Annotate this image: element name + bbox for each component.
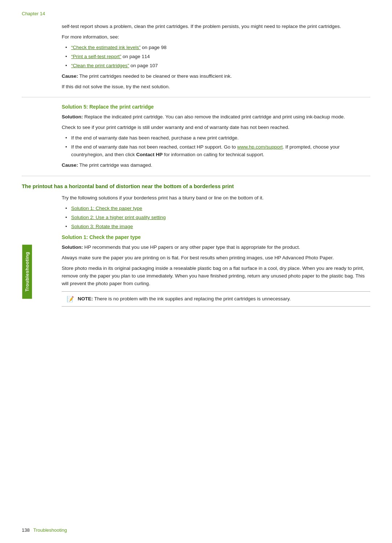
- link-solution3-rotate[interactable]: Solution 3: Rotate the image: [71, 224, 133, 229]
- list-item: Solution 1: Check the paper type: [65, 205, 370, 212]
- intro-links-list: “Check the estimated ink levels” on page…: [65, 44, 370, 70]
- intro-para1: self-test report shows a problem, clean …: [62, 23, 370, 31]
- list-item: “Clean the print cartridges” on page 107: [65, 62, 370, 70]
- list-item: If the end of warranty date has been rea…: [65, 134, 370, 142]
- section2-solution1-para2: Always make sure the paper you are print…: [62, 254, 370, 262]
- link-clean-cartridges[interactable]: “Clean the print cartridges”: [71, 63, 129, 68]
- solution5-cause: Cause: The print cartridge was damaged.: [62, 162, 370, 169]
- note-icon: 📝: [67, 296, 74, 303]
- link-solution1-paper[interactable]: Solution 1: Check the paper type: [71, 206, 142, 211]
- list-item: “Check the estimated ink levels” on page…: [65, 44, 370, 52]
- note-box: 📝 NOTE: There is no problem with the ink…: [62, 291, 370, 307]
- section2-heading: The printout has a horizontal band of di…: [22, 183, 370, 190]
- intro-next-solution: If this did not solve the issue, try the…: [62, 83, 370, 91]
- footer-section-label: Troubleshooting: [33, 527, 67, 533]
- footer-page-number: 138: [22, 527, 30, 533]
- note-label: NOTE:: [78, 296, 93, 301]
- chapter-label: Chapter 14: [22, 11, 370, 16]
- intro-cause: Cause: The print cartridges needed to be…: [62, 73, 370, 80]
- section2-solution1-heading: Solution 1: Check the paper type: [62, 234, 370, 240]
- list-item: Solution 3: Rotate the image: [65, 223, 370, 231]
- solution5-cause-label: Cause:: [62, 162, 78, 168]
- section2-solution1-para1: Solution: HP recommends that you use HP …: [62, 244, 370, 251]
- section2-links-list: Solution 1: Check the paper type Solutio…: [65, 205, 370, 231]
- solution5-solution: Solution: Replace the indicated print ca…: [62, 113, 370, 121]
- footer: 138 Troubleshooting: [22, 527, 370, 533]
- cause-label: Cause:: [62, 73, 78, 79]
- divider-1: [22, 97, 370, 97]
- note-text: NOTE: There is no problem with the ink s…: [78, 295, 291, 303]
- link-check-ink[interactable]: “Check the estimated ink levels”: [71, 45, 140, 50]
- solution5-solution-label: Solution:: [62, 114, 83, 119]
- link-hp-support[interactable]: www.hp.com/support: [237, 144, 283, 150]
- link-print-self-test[interactable]: “Print a self-test report”: [71, 54, 121, 59]
- link-solution2-quality[interactable]: Solution 2: Use a higher print quality s…: [71, 215, 166, 220]
- section2-sol1-label: Solution:: [62, 244, 83, 250]
- contact-hp-bold: Contact HP: [136, 152, 163, 157]
- intro-para2: For more information, see:: [62, 33, 370, 41]
- section2-solution1-para3: Store photo media in its original packag…: [62, 265, 370, 288]
- divider-2: [22, 176, 370, 176]
- solution5-heading: Solution 5: Replace the print cartridge: [62, 104, 370, 110]
- note-content: There is no problem with the ink supplie…: [93, 296, 291, 301]
- bullet2-text-end: for information on calling for technical…: [163, 152, 264, 157]
- bullet2-text-before: If the end of warranty date has not been…: [71, 144, 237, 150]
- solution5-bullets: If the end of warranty date has been rea…: [65, 134, 370, 159]
- side-tab: Troubleshooting: [22, 244, 32, 299]
- list-item: If the end of warranty date has not been…: [65, 143, 370, 159]
- list-item: Solution 2: Use a higher print quality s…: [65, 214, 370, 222]
- list-item: “Print a self-test report” on page 114: [65, 53, 370, 61]
- solution5-para2: Check to see if your print cartridge is …: [62, 124, 370, 131]
- section2-intro: Try the following solutions if your bord…: [62, 194, 370, 202]
